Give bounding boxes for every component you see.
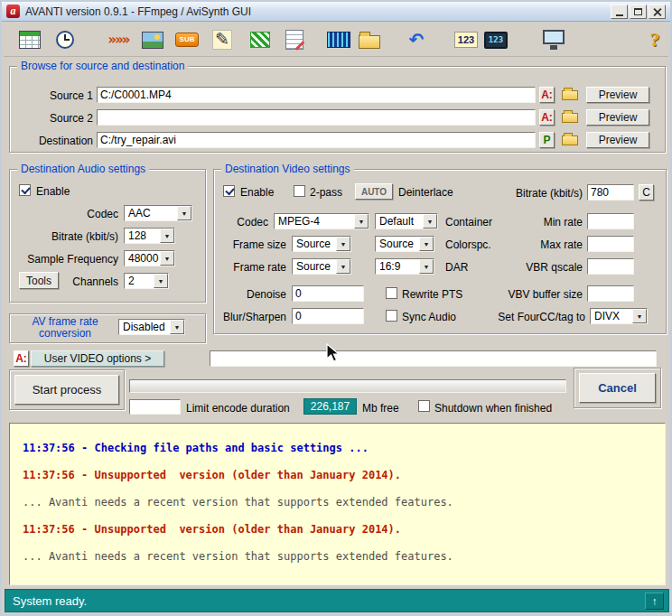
source1-avs-button[interactable]: A: — [539, 87, 555, 103]
colorspace-select[interactable]: Source ▼ — [375, 236, 434, 252]
video-bitrate-input[interactable] — [587, 184, 634, 201]
priority-button[interactable] — [245, 24, 275, 55]
limit-duration-input[interactable] — [129, 399, 181, 415]
video-codec-label: Codec — [214, 216, 268, 229]
toolbar: »»» SUB ✎ ↶ 123 123 ? — [4, 23, 668, 57]
undo-button[interactable]: ↶ — [401, 24, 432, 55]
destination-preview-button[interactable]: Preview — [586, 132, 649, 148]
destination-p-button[interactable]: P — [539, 132, 555, 148]
video-enable-checkbox[interactable] — [223, 185, 235, 197]
notes-icon — [285, 30, 303, 50]
cancel-button[interactable]: Cancel — [579, 373, 656, 403]
min-rate-input[interactable] — [587, 213, 634, 229]
minimize-button[interactable] — [611, 5, 628, 19]
image-editor-button[interactable] — [137, 24, 168, 55]
monitor-button[interactable] — [538, 24, 569, 55]
scroll-top-button[interactable]: ↑ — [645, 593, 664, 610]
user-options-avs-button[interactable]: A: — [14, 350, 29, 367]
min-rate-label: Min rate — [501, 216, 583, 229]
container-select[interactable]: Default ▼ — [375, 213, 438, 229]
av-conversion-select[interactable]: Disabled ▼ — [118, 319, 185, 335]
numbers-button[interactable]: 123 — [451, 24, 481, 55]
destination-browse-button[interactable] — [559, 132, 581, 148]
shutdown-checkbox[interactable] — [418, 400, 430, 412]
video-group-title: Destination Video settings — [221, 163, 354, 175]
waveform-icon — [327, 32, 350, 48]
chevron-down-icon: ▼ — [336, 259, 350, 274]
av-conversion-label-line1: AV frame rate — [32, 315, 98, 328]
audio-enable-checkbox[interactable] — [19, 184, 31, 196]
frame-size-select[interactable]: Source ▼ — [292, 236, 351, 252]
av-conversion-group: AV frame rate conversion Disabled ▼ — [9, 313, 206, 343]
vbv-buffer-input[interactable] — [587, 285, 634, 302]
close-icon — [653, 7, 662, 16]
video-codec-select[interactable]: MPEG-4 ▼ — [274, 213, 369, 229]
two-pass-checkbox[interactable] — [294, 185, 305, 197]
source1-preview-button[interactable]: Preview — [586, 87, 649, 103]
job-control-button[interactable] — [14, 24, 45, 55]
source2-avs-button[interactable]: A: — [539, 109, 555, 126]
audio-codec-value: AAC — [128, 207, 151, 219]
script-editor-button[interactable]: ✎ — [207, 24, 238, 55]
log-line: ... Avanti needs a recent version that s… — [23, 489, 665, 516]
rewrite-pts-checkbox[interactable] — [386, 287, 397, 299]
audio-tools-button[interactable]: Tools — [19, 272, 59, 289]
audio-channels-value: 2 — [128, 275, 135, 287]
browse-group-title: Browse for source and destination — [17, 60, 188, 72]
help-button[interactable]: ? — [639, 24, 670, 55]
fourcc-select[interactable]: DIVX ▼ — [590, 308, 648, 324]
destination-input[interactable] — [97, 132, 536, 148]
video-numbers-button[interactable]: 123 — [481, 24, 511, 55]
notes-button[interactable] — [279, 24, 310, 55]
vbr-qscale-label: VBR qscale — [501, 261, 583, 274]
source2-browse-button[interactable] — [559, 109, 581, 126]
video-bitrate-label: Bitrate (kbit/s) — [485, 187, 583, 200]
chevron-down-icon: ▼ — [160, 251, 174, 266]
log-line: 11:37:56 - Checking file paths and basic… — [23, 434, 665, 462]
chevron-down-icon: ▼ — [423, 214, 437, 229]
source1-browse-button[interactable] — [559, 87, 581, 103]
video-enable-label: Enable — [240, 186, 274, 199]
av-conversion-value: Disabled — [123, 321, 165, 333]
source2-label: Source 2 — [10, 112, 93, 125]
limit-duration-label: Limit encode duration — [186, 402, 290, 415]
maximize-button[interactable] — [630, 5, 647, 19]
waveform-button[interactable] — [323, 24, 354, 55]
blur-sharpen-label: Blur/Sharpen — [214, 311, 286, 323]
start-process-button[interactable]: Start process — [14, 375, 119, 405]
source1-input[interactable] — [97, 87, 536, 103]
denoise-input[interactable] — [292, 285, 364, 302]
log-output: 11:37:56 - Checking file paths and basic… — [9, 423, 666, 585]
window-title: AVANTI version 0.9.1 - FFmpeg / AviSynth… — [25, 5, 251, 18]
close-button[interactable] — [649, 5, 666, 19]
image-editor-icon — [142, 32, 163, 49]
source2-input[interactable] — [97, 109, 536, 126]
audio-group-title: Destination Audio settings — [17, 163, 149, 175]
audio-bitrate-value: 128 — [128, 229, 146, 242]
auto-deinterlace-button[interactable]: AUTO — [355, 183, 393, 200]
log-line: 11:37:56 - Unsupported version (older th… — [23, 516, 665, 543]
user-video-options-button[interactable]: User VIDEO options > — [31, 350, 164, 367]
source2-preview-button[interactable]: Preview — [586, 109, 649, 126]
frame-rate-select[interactable]: Source ▼ — [292, 258, 351, 275]
max-rate-input[interactable] — [587, 236, 634, 252]
transitions-button[interactable]: »»» — [103, 24, 134, 55]
subtitles-button[interactable]: SUB — [172, 24, 202, 55]
avs-badge-icon: A: — [15, 352, 27, 365]
chevron-down-icon: ▼ — [154, 274, 168, 288]
frame-rate-label: Frame rate — [214, 261, 286, 274]
audio-bitrate-select[interactable]: 128 ▼ — [124, 228, 175, 244]
vbr-qscale-input[interactable] — [587, 258, 634, 275]
audio-sample-select[interactable]: 48000 ▼ — [124, 250, 175, 266]
timer-button[interactable] — [50, 24, 80, 55]
bitrate-calculator-button[interactable]: C — [639, 184, 654, 201]
sync-audio-checkbox[interactable] — [386, 310, 397, 322]
priority-icon — [250, 32, 270, 48]
blur-sharpen-input[interactable] — [292, 308, 364, 324]
user-video-options-input[interactable] — [210, 350, 657, 367]
frame-size-value: Source — [296, 238, 331, 250]
open-folder-button[interactable] — [354, 24, 385, 55]
audio-codec-select[interactable]: AAC ▼ — [124, 205, 192, 221]
dar-select[interactable]: 16:9 ▼ — [375, 258, 434, 275]
audio-channels-select[interactable]: 2 ▼ — [124, 273, 169, 289]
